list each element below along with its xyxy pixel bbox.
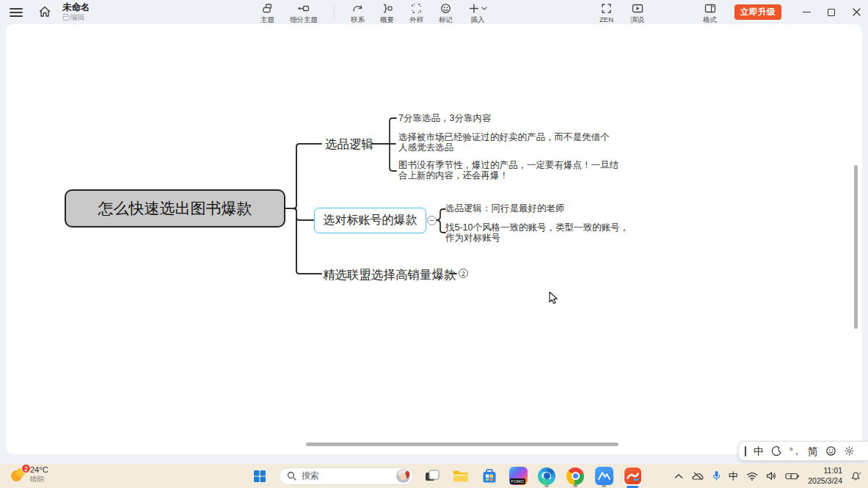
upgrade-button[interactable]: 立即升级	[734, 4, 781, 20]
subtopic-button[interactable]: 细分主题	[288, 1, 320, 26]
search-placeholder: 搜索	[302, 470, 391, 482]
start-button[interactable]	[250, 467, 269, 486]
document-status: 已编辑	[62, 13, 90, 22]
window-controls	[794, 0, 868, 24]
ime-toolbar: 中 °， 简	[738, 441, 868, 461]
child-topic[interactable]: 7分靠选品，3分靠内容	[398, 114, 491, 124]
system-tray: 中 11:01 2025/3/24 z	[674, 464, 868, 488]
minimize-button[interactable]	[794, 0, 819, 24]
tray-clock[interactable]: 11:01 2025/3/24	[808, 466, 842, 485]
running-indicator	[602, 485, 606, 487]
subtopic-icon	[297, 2, 310, 15]
maximize-button[interactable]	[819, 0, 844, 24]
ime-moon-icon[interactable]	[771, 445, 782, 456]
document-title-block[interactable]: 未命名 已编辑	[62, 2, 90, 22]
format-panel-icon	[704, 2, 717, 15]
task-view-button[interactable]	[423, 467, 442, 486]
xmind-button-active[interactable]	[623, 467, 642, 486]
presentation-button[interactable]: 演说	[628, 1, 646, 26]
search-highlight-avatar[interactable]	[396, 469, 410, 483]
taskbar-search-input[interactable]: 搜索	[279, 467, 413, 485]
branch-selection-logic[interactable]: 选品逻辑	[325, 136, 373, 153]
child-topic[interactable]: 找5-10个风格一致的账号，类型一致的账号，作为对标账号	[445, 223, 635, 244]
branch-alliance-bestsellers[interactable]: 精选联盟选择高销量爆款	[323, 267, 456, 283]
weather-condition: 晴朗	[30, 475, 48, 483]
close-button[interactable]	[844, 0, 868, 24]
root-topic[interactable]: 怎么快速选出图书爆款	[65, 189, 285, 227]
boundary-button[interactable]: 外框	[407, 1, 426, 26]
child-topic[interactable]: 选择被市场已经验证过的好卖的产品，而不是凭借个人感觉去选品	[398, 133, 613, 153]
battery-charging-icon[interactable]	[785, 472, 800, 481]
file-explorer-button[interactable]	[451, 467, 470, 486]
mindmap-canvas[interactable]	[6, 24, 862, 454]
toolbar-center: 主题 细分主题 联系 概要 外框 标记 插入	[258, 1, 489, 26]
tray-chevron-up-icon[interactable]	[674, 473, 683, 479]
taskbar-apps: 搜索 FOMO	[250, 464, 642, 488]
child-topic[interactable]: 图书没有季节性，爆过的产品，一定要有爆点！一旦结合上新的内容，还会再爆！	[398, 161, 620, 181]
home-icon[interactable]	[37, 4, 52, 19]
marker-button[interactable]: 标记	[437, 1, 455, 26]
horizontal-scrollbar[interactable]	[306, 443, 619, 446]
microsoft-store-button[interactable]	[480, 467, 499, 486]
summary-button[interactable]: 概要	[378, 1, 396, 26]
windows-logo-icon	[253, 470, 266, 483]
minimize-icon	[803, 12, 811, 12]
zen-icon	[600, 2, 613, 15]
ime-punctuation-toggle[interactable]: °，	[789, 447, 800, 456]
toolbar-divider	[334, 4, 335, 19]
marker-smiley-icon	[440, 2, 452, 15]
child-topic[interactable]: 选品逻辑：同行是最好的老师	[445, 204, 565, 214]
ime-emoji-icon[interactable]	[825, 445, 836, 456]
svg-text:z: z	[859, 471, 861, 476]
gradient-app-button[interactable]: FOMO	[508, 467, 528, 486]
vertical-scrollbar[interactable]	[854, 165, 858, 329]
tray-ime-indicator[interactable]: 中	[729, 470, 739, 483]
taskbar: 2 24°C 晴朗 搜索 FOMO	[0, 464, 868, 488]
branch-benchmark-accounts-selected[interactable]: 选对标账号的爆款	[314, 208, 426, 233]
running-indicator	[573, 485, 577, 487]
edge-button[interactable]	[537, 467, 556, 486]
maximize-icon	[828, 9, 835, 16]
ime-simplified-toggle[interactable]: 简	[808, 446, 818, 456]
insert-plus-icon	[468, 2, 487, 15]
close-icon	[853, 8, 861, 16]
chrome-button[interactable]	[566, 467, 585, 486]
edge-icon	[538, 467, 555, 485]
presentation-play-icon	[631, 2, 644, 15]
wifi-icon[interactable]	[746, 472, 758, 481]
toolbar-right: ZEN 演说	[597, 1, 646, 26]
weather-temp: 24°C	[30, 465, 48, 475]
ime-caret-icon	[745, 446, 746, 456]
speaker-icon[interactable]	[766, 471, 777, 481]
ime-language-toggle[interactable]: 中	[754, 446, 764, 456]
insert-button[interactable]: 插入	[466, 1, 489, 26]
search-icon	[287, 471, 296, 481]
topic-button[interactable]: 主题	[258, 1, 277, 26]
microsoft-store-icon	[481, 468, 497, 484]
relationship-icon	[351, 2, 364, 15]
tray-date: 2025/3/24	[808, 476, 842, 486]
microphone-icon[interactable]	[712, 470, 721, 481]
titlebar: 未命名 已编辑 主题 细分主题 联系 概要 外框 标记	[0, 0, 868, 24]
topic-icon	[261, 2, 274, 15]
task-view-icon	[424, 469, 440, 484]
weather-widget[interactable]: 2 24°C 晴朗	[10, 465, 48, 484]
mountain-app-icon	[595, 467, 613, 485]
relationship-button[interactable]: 联系	[349, 1, 367, 26]
mountain-app-button[interactable]	[594, 467, 613, 486]
gradient-app-icon: FOMO	[509, 467, 528, 485]
format-button[interactable]: 格式	[701, 1, 719, 26]
ime-settings-gear-icon[interactable]	[844, 445, 855, 456]
active-app-indicator	[627, 486, 638, 488]
sun-icon: 2	[10, 466, 26, 482]
collapse-toggle-button[interactable]	[427, 216, 437, 225]
document-title: 未命名	[62, 2, 90, 12]
summary-icon	[381, 2, 394, 15]
zen-mode-button[interactable]: ZEN	[597, 1, 616, 26]
boundary-icon	[410, 2, 423, 15]
hamburger-menu-icon[interactable]	[10, 6, 23, 18]
collapsed-count-badge[interactable]: 2	[459, 269, 468, 278]
onedrive-cloud-icon[interactable]	[691, 471, 704, 481]
chrome-icon	[566, 467, 584, 485]
notification-bell-dnd-icon[interactable]: z	[850, 470, 862, 481]
